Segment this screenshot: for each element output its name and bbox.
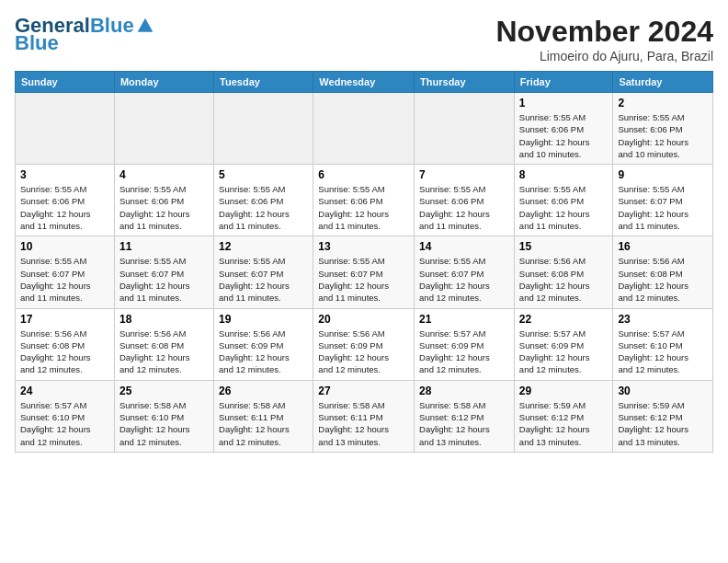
day-number: 13: [318, 240, 409, 253]
day-info: Sunrise: 5:59 AM Sunset: 6:12 PM Dayligh…: [618, 399, 708, 448]
day-info: Sunrise: 5:55 AM Sunset: 6:06 PM Dayligh…: [519, 183, 609, 232]
day-info: Sunrise: 5:56 AM Sunset: 6:08 PM Dayligh…: [119, 327, 209, 376]
day-info: Sunrise: 5:55 AM Sunset: 6:06 PM Dayligh…: [219, 183, 308, 232]
day-number: 16: [618, 240, 708, 253]
calendar-cell: 10Sunrise: 5:55 AM Sunset: 6:07 PM Dayli…: [16, 236, 115, 308]
day-number: 9: [618, 168, 708, 181]
calendar-cell: 22Sunrise: 5:57 AM Sunset: 6:09 PM Dayli…: [514, 308, 613, 380]
calendar-cell: 1Sunrise: 5:55 AM Sunset: 6:06 PM Daylig…: [514, 93, 613, 165]
logo: GeneralBlue Blue: [15, 15, 154, 55]
calendar-cell: 15Sunrise: 5:56 AM Sunset: 6:08 PM Dayli…: [514, 236, 613, 308]
day-number: 15: [519, 240, 609, 253]
day-number: 7: [419, 168, 509, 181]
calendar-cell: 25Sunrise: 5:58 AM Sunset: 6:10 PM Dayli…: [114, 380, 213, 452]
day-number: 3: [20, 168, 109, 181]
day-info: Sunrise: 5:55 AM Sunset: 6:07 PM Dayligh…: [219, 255, 308, 304]
weekday-header: Sunday: [16, 72, 115, 93]
day-number: 24: [20, 385, 109, 397]
calendar-cell: 11Sunrise: 5:55 AM Sunset: 6:07 PM Dayli…: [114, 236, 213, 308]
month-title: November 2024: [495, 15, 713, 49]
calendar-week-row: 10Sunrise: 5:55 AM Sunset: 6:07 PM Dayli…: [16, 236, 713, 308]
weekday-header: Monday: [114, 72, 213, 93]
day-info: Sunrise: 5:55 AM Sunset: 6:07 PM Dayligh…: [20, 255, 109, 304]
calendar-week-row: 1Sunrise: 5:55 AM Sunset: 6:06 PM Daylig…: [16, 93, 713, 165]
day-number: 21: [419, 313, 509, 326]
day-number: 12: [219, 240, 308, 253]
day-info: Sunrise: 5:56 AM Sunset: 6:08 PM Dayligh…: [20, 327, 109, 376]
calendar-cell: 6Sunrise: 5:55 AM Sunset: 6:06 PM Daylig…: [313, 165, 415, 236]
day-number: 2: [618, 97, 708, 109]
day-info: Sunrise: 5:58 AM Sunset: 6:11 PM Dayligh…: [318, 399, 409, 448]
day-number: 4: [119, 168, 209, 181]
day-info: Sunrise: 5:55 AM Sunset: 6:07 PM Dayligh…: [119, 255, 209, 304]
day-number: 20: [318, 313, 409, 326]
day-info: Sunrise: 5:56 AM Sunset: 6:09 PM Dayligh…: [318, 327, 409, 376]
day-number: 22: [519, 313, 609, 326]
day-info: Sunrise: 5:57 AM Sunset: 6:10 PM Dayligh…: [618, 327, 708, 376]
calendar-cell: 24Sunrise: 5:57 AM Sunset: 6:10 PM Dayli…: [16, 380, 115, 452]
day-info: Sunrise: 5:55 AM Sunset: 6:07 PM Dayligh…: [618, 183, 708, 232]
day-info: Sunrise: 5:56 AM Sunset: 6:08 PM Dayligh…: [618, 255, 708, 304]
day-number: 26: [219, 385, 308, 397]
calendar-cell: 19Sunrise: 5:56 AM Sunset: 6:09 PM Dayli…: [214, 308, 313, 380]
calendar-cell: 29Sunrise: 5:59 AM Sunset: 6:12 PM Dayli…: [514, 380, 613, 452]
calendar-cell: 16Sunrise: 5:56 AM Sunset: 6:08 PM Dayli…: [613, 236, 713, 308]
calendar-cell: 13Sunrise: 5:55 AM Sunset: 6:07 PM Dayli…: [313, 236, 415, 308]
day-number: 10: [20, 240, 109, 253]
weekday-header: Tuesday: [214, 72, 313, 93]
day-info: Sunrise: 5:55 AM Sunset: 6:07 PM Dayligh…: [318, 255, 409, 304]
calendar-cell: 8Sunrise: 5:55 AM Sunset: 6:06 PM Daylig…: [514, 165, 613, 236]
day-info: Sunrise: 5:55 AM Sunset: 6:06 PM Dayligh…: [119, 183, 209, 232]
location: Limoeiro do Ajuru, Para, Brazil: [495, 49, 713, 63]
day-number: 8: [519, 168, 609, 181]
day-number: 25: [119, 385, 209, 397]
calendar-week-row: 3Sunrise: 5:55 AM Sunset: 6:06 PM Daylig…: [16, 165, 713, 236]
calendar-cell: [313, 93, 415, 165]
calendar-cell: 27Sunrise: 5:58 AM Sunset: 6:11 PM Dayli…: [313, 380, 415, 452]
day-number: 17: [20, 313, 109, 326]
day-info: Sunrise: 5:58 AM Sunset: 6:10 PM Dayligh…: [119, 399, 209, 448]
weekday-header-row: SundayMondayTuesdayWednesdayThursdayFrid…: [16, 72, 713, 93]
calendar-cell: 18Sunrise: 5:56 AM Sunset: 6:08 PM Dayli…: [114, 308, 213, 380]
day-info: Sunrise: 5:57 AM Sunset: 6:09 PM Dayligh…: [419, 327, 509, 376]
calendar-cell: 28Sunrise: 5:58 AM Sunset: 6:12 PM Dayli…: [415, 380, 515, 452]
calendar-table: SundayMondayTuesdayWednesdayThursdayFrid…: [15, 71, 713, 453]
day-info: Sunrise: 5:57 AM Sunset: 6:10 PM Dayligh…: [20, 399, 109, 448]
logo-icon: [136, 17, 154, 35]
day-number: 11: [119, 240, 209, 253]
day-info: Sunrise: 5:55 AM Sunset: 6:06 PM Dayligh…: [618, 111, 708, 160]
calendar-week-row: 24Sunrise: 5:57 AM Sunset: 6:10 PM Dayli…: [16, 380, 713, 452]
day-number: 19: [219, 313, 308, 326]
day-info: Sunrise: 5:55 AM Sunset: 6:07 PM Dayligh…: [419, 255, 509, 304]
calendar-cell: 26Sunrise: 5:58 AM Sunset: 6:11 PM Dayli…: [214, 380, 313, 452]
day-number: 5: [219, 168, 308, 181]
calendar-cell: 7Sunrise: 5:55 AM Sunset: 6:06 PM Daylig…: [415, 165, 515, 236]
weekday-header: Saturday: [613, 72, 713, 93]
page-header: GeneralBlue Blue November 2024 Limoeiro …: [15, 15, 713, 63]
calendar-cell: 12Sunrise: 5:55 AM Sunset: 6:07 PM Dayli…: [214, 236, 313, 308]
calendar-week-row: 17Sunrise: 5:56 AM Sunset: 6:08 PM Dayli…: [16, 308, 713, 380]
weekday-header: Wednesday: [313, 72, 415, 93]
day-info: Sunrise: 5:58 AM Sunset: 6:11 PM Dayligh…: [219, 399, 308, 448]
day-number: 6: [318, 168, 409, 181]
day-number: 23: [618, 313, 708, 326]
title-block: November 2024 Limoeiro do Ajuru, Para, B…: [495, 15, 713, 63]
calendar-cell: [114, 93, 213, 165]
day-info: Sunrise: 5:58 AM Sunset: 6:12 PM Dayligh…: [419, 399, 509, 448]
calendar-cell: 2Sunrise: 5:55 AM Sunset: 6:06 PM Daylig…: [613, 93, 713, 165]
day-number: 14: [419, 240, 509, 253]
calendar-cell: 17Sunrise: 5:56 AM Sunset: 6:08 PM Dayli…: [16, 308, 115, 380]
day-info: Sunrise: 5:55 AM Sunset: 6:06 PM Dayligh…: [419, 183, 509, 232]
calendar-cell: 30Sunrise: 5:59 AM Sunset: 6:12 PM Dayli…: [613, 380, 713, 452]
calendar-cell: 14Sunrise: 5:55 AM Sunset: 6:07 PM Dayli…: [415, 236, 515, 308]
day-info: Sunrise: 5:59 AM Sunset: 6:12 PM Dayligh…: [519, 399, 609, 448]
calendar-cell: [415, 93, 515, 165]
svg-marker-0: [137, 18, 153, 32]
calendar-cell: [16, 93, 115, 165]
day-number: 27: [318, 385, 409, 397]
day-info: Sunrise: 5:55 AM Sunset: 6:06 PM Dayligh…: [519, 111, 609, 160]
calendar-cell: [214, 93, 313, 165]
day-number: 30: [618, 385, 708, 397]
day-number: 29: [519, 385, 609, 397]
day-number: 1: [519, 97, 609, 109]
